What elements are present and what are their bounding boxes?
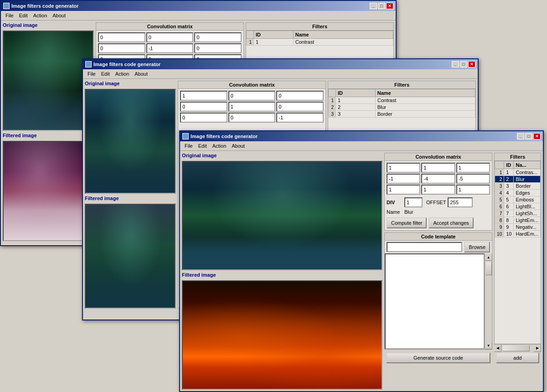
w3-offset-label: OFFSET	[426, 200, 446, 205]
add-btn[interactable]: add	[496, 352, 539, 363]
w3-template-path[interactable]	[387, 242, 462, 252]
maximize-btn-1[interactable]: □	[378, 3, 385, 9]
w2-m02[interactable]	[276, 91, 324, 101]
w1-filtered-label: Filtered image	[3, 133, 94, 138]
w3-filter-row-9[interactable]: 9 9 Negativ...	[495, 224, 541, 231]
menu-bar-1: File Edit Action About	[1, 11, 396, 21]
scroll-left-arrow[interactable]: ◀	[494, 345, 501, 352]
w2-m10[interactable]	[180, 102, 227, 112]
close-btn-3[interactable]: ✕	[533, 133, 541, 139]
w1-m12[interactable]	[194, 43, 242, 53]
close-btn-1[interactable]: ✕	[386, 3, 393, 9]
w3-m12[interactable]	[456, 174, 490, 184]
w3-offset-input[interactable]	[448, 197, 473, 207]
w3-matrix-grid	[385, 161, 492, 196]
close-btn-2[interactable]: ✕	[468, 61, 475, 67]
w2-m20[interactable]	[180, 113, 227, 123]
w1-m00[interactable]	[98, 32, 145, 42]
w3-filter-row-8[interactable]: 8 8 LightEm...	[495, 217, 541, 224]
w3-filter-row-6[interactable]: 6 6 LightBl...	[495, 203, 541, 210]
menu-file-1[interactable]: File	[3, 12, 16, 19]
menu-about-3[interactable]: About	[229, 142, 248, 150]
accept-changes-btn[interactable]: Accept changes	[428, 217, 473, 228]
scroll-thumb-v[interactable]	[485, 262, 492, 275]
maximize-btn-2[interactable]: □	[460, 61, 467, 67]
w3-m02[interactable]	[456, 163, 490, 173]
scroll-down-arrow[interactable]: ▼	[485, 342, 492, 349]
w3-m20[interactable]	[387, 185, 420, 195]
minimize-btn-1[interactable]: _	[370, 3, 377, 9]
w3-scrollbar-v[interactable]: ▲ ▼	[485, 253, 492, 349]
menu-edit-3[interactable]: Edit	[196, 142, 210, 150]
w2-m01[interactable]	[228, 91, 276, 101]
w3-m10[interactable]	[387, 174, 420, 184]
w3-filter-row-1[interactable]: 1 1 Contras...	[495, 169, 541, 176]
w3-filter-row-5[interactable]: 5 5 Emboss	[495, 196, 541, 203]
w3-m00[interactable]	[387, 163, 420, 173]
minimize-btn-3[interactable]: _	[517, 133, 524, 139]
browse-btn[interactable]: Browse	[464, 242, 490, 253]
w1-original-label: Original image	[3, 22, 94, 28]
w1-m11[interactable]	[146, 43, 194, 53]
w2-filter-row-2[interactable]: 2 2 Blur	[329, 104, 475, 111]
w3-filter-row-4[interactable]: 4 4 Edges	[495, 190, 541, 196]
w1-filter-row-1[interactable]: 1 1 Contrast	[247, 39, 393, 46]
scroll-thumb-h[interactable]	[502, 345, 530, 351]
w3-col-id: ID	[504, 161, 514, 169]
menu-action-3[interactable]: Action	[210, 142, 229, 150]
menu-action-1[interactable]: Action	[31, 12, 50, 19]
menu-file-2[interactable]: File	[85, 70, 98, 77]
w2-original-label: Original image	[85, 81, 176, 86]
title-bar-1: Image filters code generator _ □ ✕	[1, 1, 396, 11]
window-3: Image filters code generator _ □ ✕ File …	[179, 130, 544, 392]
w1-m01[interactable]	[146, 32, 194, 42]
w3-content: Original image Filtered image Convolutio…	[180, 151, 543, 392]
generate-source-btn[interactable]: Generate source code	[386, 352, 490, 363]
w3-filter-row-3[interactable]: 3 3 Border	[495, 183, 541, 190]
w3-code-textarea[interactable]	[385, 253, 485, 349]
w1-m02[interactable]	[194, 32, 242, 42]
w2-original-image	[85, 89, 176, 194]
w2-filtered-label: Filtered image	[85, 196, 176, 201]
window-title-3: Image filters code generator	[191, 134, 258, 139]
window-title-2: Image filters code generator	[93, 62, 160, 67]
app-icon-3	[182, 133, 189, 139]
w3-filter-row-2[interactable]: 2 2 Blur	[495, 176, 541, 183]
w2-filtered-image	[85, 204, 176, 309]
w3-convolution-title: Convolution matrix	[385, 153, 492, 161]
menu-edit-2[interactable]: Edit	[98, 70, 113, 77]
w2-filter-row-1[interactable]: 1 1 Contrast	[329, 97, 475, 104]
compute-filter-btn[interactable]: Compute filter	[387, 217, 427, 228]
menu-about-2[interactable]: About	[132, 70, 150, 77]
minimize-btn-2[interactable]: _	[452, 61, 459, 67]
w2-m00[interactable]	[180, 91, 227, 101]
w2-image-panel: Original image Filtered image	[85, 81, 176, 309]
scroll-right-arrow[interactable]: ▶	[534, 345, 541, 352]
w1-m10[interactable]	[98, 43, 145, 53]
w3-div-input[interactable]	[404, 197, 423, 207]
w3-div-label: DIV	[387, 200, 403, 205]
w2-convolution-title: Convolution matrix	[178, 81, 325, 89]
scroll-up-arrow[interactable]: ▲	[485, 253, 492, 261]
w3-scrollbar-h[interactable]: ◀ ▶	[494, 344, 541, 351]
w2-m21[interactable]	[228, 113, 276, 123]
w3-convolution-section: Convolution matrix	[384, 153, 492, 231]
w2-m22[interactable]	[276, 113, 324, 123]
w2-filter-row-3[interactable]: 3 3 Border	[329, 111, 475, 118]
w2-filters-table: ID Name 1 1 Contrast 2 2 Blu	[328, 89, 475, 118]
w3-m01[interactable]	[421, 163, 455, 173]
w3-controls-panel: Convolution matrix	[384, 153, 541, 390]
w3-filter-row-10[interactable]: 10 10 HardEm...	[495, 231, 541, 237]
maximize-btn-3[interactable]: □	[525, 133, 532, 139]
w2-m12[interactable]	[276, 102, 324, 112]
w3-filter-row-7[interactable]: 7 7 LightSh...	[495, 210, 541, 217]
w2-m11[interactable]	[228, 102, 276, 112]
menu-edit-1[interactable]: Edit	[16, 12, 31, 19]
menu-action-2[interactable]: Action	[113, 70, 132, 77]
menu-file-3[interactable]: File	[182, 142, 196, 150]
app-icon-1	[3, 3, 10, 9]
menu-about-1[interactable]: About	[50, 12, 68, 19]
w3-m11[interactable]	[421, 174, 455, 184]
w3-m22[interactable]	[456, 185, 490, 195]
w3-m21[interactable]	[421, 185, 455, 195]
